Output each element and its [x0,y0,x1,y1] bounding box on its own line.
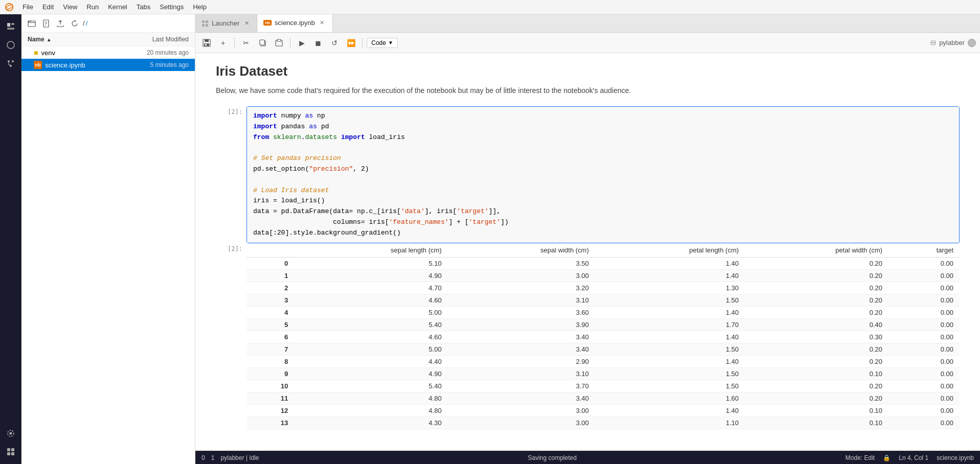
file-panel: / / Name ▲ Last Modified ■ venv 20 minut… [21,14,195,464]
file-sort-name[interactable]: Name ▲ [28,36,52,43]
file-time-science: 5 minutes ago [150,61,189,68]
row-index: 3 [247,294,294,306]
file-path: / / [83,19,87,27]
file-time-venv: 20 minutes ago [147,49,189,56]
th-petal-width: petal width (cm) [745,243,888,258]
th-sepal-length: sepal length (cm) [294,243,448,258]
tab-launcher[interactable]: Launcher ✕ [195,14,257,32]
svg-point-7 [12,60,14,62]
th-petal-length: petal length (cm) [595,243,745,258]
menu-bar: File Edit View Run Kernel Tabs Settings … [0,0,980,14]
refresh-btn[interactable] [69,17,81,30]
sidebar-settings-btn[interactable] [3,425,19,442]
table-row: 134.303.001.100.100.00 [247,416,960,429]
table-row: 64.603.401.400.300.00 [247,331,960,343]
notebook-name-science: nb science.ipynb [34,61,85,69]
notebook-title: Iris Dataset [216,63,960,79]
table-row: 24.703.201.300.200.00 [247,282,960,294]
icon-sidebar [0,14,21,464]
output-area: sepal length (cm) sepal width (cm) petal… [247,243,960,429]
tab-science-close[interactable]: ✕ [318,19,326,27]
menu-settings[interactable]: Settings [155,2,188,12]
row-index: 8 [247,355,294,367]
paste-btn[interactable] [272,36,286,50]
sidebar-files-btn[interactable] [3,18,19,35]
cell-gutter: [2]: [216,106,247,243]
svg-rect-27 [205,44,207,45]
sidebar-extensions-btn[interactable] [3,444,19,460]
table-row: 105.403.701.500.200.00 [247,380,960,392]
row-index: 0 [247,257,294,269]
table-row: 114.803.401.600.200.00 [247,392,960,404]
notebook-tab-icon: nb [263,20,272,26]
stop-btn[interactable]: ◼ [311,36,325,50]
file-list: ■ venv 20 minutes ago nb science.ipynb 5… [21,47,195,464]
row-index: 12 [247,404,294,416]
status-lock-icon: 🔒 [883,454,890,461]
file-row-science[interactable]: nb science.ipynb 5 minutes ago [21,59,195,71]
new-file-btn[interactable] [40,17,52,30]
svg-rect-3 [11,23,14,25]
row-index: 2 [247,282,294,294]
menu-view[interactable]: View [59,2,81,12]
file-sort-modified[interactable]: Last Modified [152,36,189,43]
table-row: 34.603.101.500.200.00 [247,294,960,306]
status-center: Saving completed [259,454,845,461]
svg-point-12 [9,432,12,435]
restart-btn[interactable]: ↺ [327,36,342,50]
svg-rect-21 [206,20,208,23]
menu-tabs[interactable]: Tabs [132,2,154,12]
row-index: 1 [247,269,294,282]
svg-rect-22 [202,24,205,27]
file-row-venv[interactable]: ■ venv 20 minutes ago [21,47,195,59]
sep2 [290,38,291,48]
status-zero: 0 [202,454,205,461]
svg-rect-4 [7,28,14,30]
row-index: 7 [247,343,294,355]
row-index: 5 [247,318,294,331]
user-area: ⊟ pylabber [930,39,976,47]
notebook-content: Iris Dataset Below, we have some code th… [195,53,980,451]
row-index: 9 [247,367,294,380]
menu-edit[interactable]: Edit [38,2,58,12]
menu-file[interactable]: File [18,2,37,12]
sidebar-git-btn[interactable] [3,55,19,72]
table-row: 84.402.901.400.200.00 [247,355,960,367]
tab-bar: Launcher ✕ nb science.ipynb ✕ [195,14,980,33]
svg-rect-23 [206,24,208,27]
code-cell[interactable]: [2]: import numpy as np import pandas as… [216,106,960,243]
svg-rect-20 [202,20,205,23]
status-bar: 0 1 pylabber | Idle Saving completed Mod… [195,451,980,464]
new-folder-btn[interactable] [26,17,38,30]
add-cell-btn[interactable]: + [216,36,230,50]
tab-science[interactable]: nb science.ipynb ✕ [257,14,333,32]
file-header: Name ▲ Last Modified [21,33,195,47]
th-target: target [888,243,960,258]
menu-run[interactable]: Run [82,2,103,12]
status-position: Ln 4, Col 1 [899,454,928,461]
launcher-icon [202,20,209,27]
th-sepal-width: sepal width (cm) [448,243,595,258]
table-row: 124.803.001.400.100.00 [247,404,960,416]
cell-type-select[interactable]: Code ▼ [367,38,398,48]
sidebar-circle-btn[interactable] [3,37,19,53]
menu-kernel[interactable]: Kernel [104,2,131,12]
run-btn[interactable]: ▶ [295,36,309,50]
output-cell: [2]: sepal length (cm) sepal width (cm) … [216,243,960,429]
table-row: 94.903.101.500.100.00 [247,367,960,380]
copy-btn[interactable] [255,36,270,50]
cell-code-area[interactable]: import numpy as np import pandas as pd f… [247,106,960,243]
table-row: 55.403.901.700.400.00 [247,318,960,331]
menu-help[interactable]: Help [189,2,211,12]
tab-launcher-close[interactable]: ✕ [242,19,251,28]
row-index: 10 [247,380,294,392]
upload-btn[interactable] [54,17,66,30]
notebook-toolbar: + ✂ ▶ ◼ ↺ ⏩ Code ▼ ⊟ pylabber [195,33,980,53]
folder-name-venv: ■ venv [34,49,55,57]
status-mode: Mode: Edit [845,454,875,461]
status-left: 0 1 pylabber | Idle [202,454,259,461]
save-btn[interactable] [199,36,214,50]
fast-forward-btn[interactable]: ⏩ [344,36,358,50]
cut-btn[interactable]: ✂ [239,36,253,50]
cell-code-block[interactable]: import numpy as np import pandas as pd f… [247,107,959,243]
